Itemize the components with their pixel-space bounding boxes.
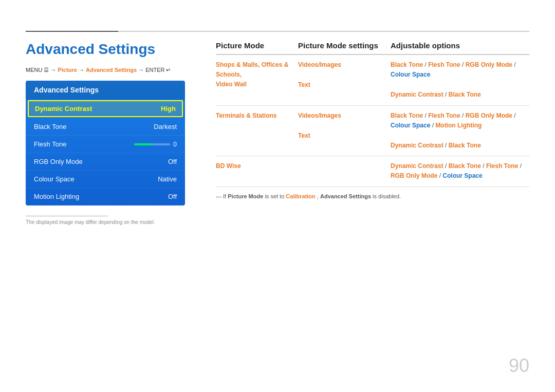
motion-lighting-label: Motion Lighting (34, 193, 79, 200)
right-column: Picture Mode Picture Mode settings Adjus… (216, 41, 529, 199)
options-terminals: Black Tone / Flesh Tone / RGB Only Mode … (391, 111, 529, 151)
top-rule (26, 31, 529, 32)
slider-track (134, 143, 170, 145)
menu-item-black-tone[interactable]: Black Tone Darkest (26, 118, 185, 136)
panel-header: Advanced Settings (26, 81, 185, 99)
menu-enter: ENTER ↵ (145, 67, 171, 73)
menu-path: MENU ☰ → Picture → Advanced Settings → E… (26, 67, 185, 73)
menu-item-rgb-only-mode[interactable]: RGB Only Mode Off (26, 153, 185, 171)
table-row-terminals: Terminals & Stations Videos/Images Text … (216, 106, 529, 157)
rgb-only-mode-label: RGB Only Mode (34, 158, 83, 165)
note-rule (26, 216, 108, 216)
footer-prefix: If (223, 193, 228, 199)
motion-lighting-value: Off (168, 193, 177, 200)
footer-picture-mode: Picture Mode (228, 193, 263, 199)
menu-picture: Picture (58, 67, 77, 73)
options-bdwise: Dynamic Contrast / Black Tone / Flesh To… (391, 161, 529, 181)
menu-advanced-settings: Advanced Settings (86, 67, 137, 73)
arrow3: → (138, 67, 145, 73)
left-column: Advanced Settings MENU ☰ → Picture → Adv… (26, 41, 185, 225)
footer-suffix: is disabled. (373, 193, 401, 199)
setting-bdwise (298, 161, 391, 181)
mode-bdwise: BD Wise (216, 161, 298, 181)
slider-fill (134, 143, 152, 145)
footer-dash: ― (216, 193, 223, 199)
footer-mid: is set to (265, 193, 286, 199)
rgb-only-mode-value: Off (168, 158, 177, 165)
menu-icon: ☰ (44, 67, 49, 73)
mode-shops: Shops & Malls, Offices & Schools,Video W… (216, 60, 298, 100)
menu-item-dynamic-contrast[interactable]: Dynamic Contrast High (28, 100, 183, 117)
colour-space-label: Colour Space (34, 175, 75, 183)
flesh-tone-label: Flesh Tone (34, 140, 66, 148)
footer-note: ― If Picture Mode is set to Calibration … (216, 193, 529, 199)
arrow1: → (51, 67, 58, 73)
advanced-settings-panel: Advanced Settings Dynamic Contrast High … (26, 81, 185, 206)
page-title: Advanced Settings (26, 41, 185, 58)
note-text: The displayed image may differ depending… (26, 219, 185, 225)
black-tone-value: Darkest (154, 123, 177, 130)
menu-prefix: MENU (26, 67, 44, 73)
setting-terminals: Videos/Images Text (298, 111, 391, 151)
flesh-tone-slider[interactable]: 0 (134, 141, 177, 148)
page: Advanced Settings MENU ☰ → Picture → Adv… (0, 0, 555, 392)
page-number: 90 (509, 355, 529, 377)
table-row-bdwise: BD Wise Dynamic Contrast / Black Tone / … (216, 156, 529, 186)
col-picture-mode-settings: Picture Mode settings (298, 41, 391, 50)
colour-space-value: Native (158, 175, 177, 183)
black-tone-label: Black Tone (34, 123, 66, 130)
setting-shops: Videos/Images Text (298, 60, 391, 100)
col-adjustable-options: Adjustable options (391, 41, 529, 50)
menu-item-colour-space[interactable]: Colour Space Native (26, 171, 185, 188)
menu-item-motion-lighting[interactable]: Motion Lighting Off (26, 188, 185, 206)
table-header: Picture Mode Picture Mode settings Adjus… (216, 41, 529, 55)
flesh-tone-value: 0 (173, 141, 177, 148)
dynamic-contrast-value: High (161, 105, 176, 113)
footer-calibration: Calibration (286, 193, 315, 199)
table-row-shops: Shops & Malls, Offices & Schools,Video W… (216, 55, 529, 106)
mode-terminals: Terminals & Stations (216, 111, 298, 151)
col-picture-mode: Picture Mode (216, 41, 298, 50)
footer-advanced-settings: Advanced Settings (320, 193, 371, 199)
options-shops: Black Tone / Flesh Tone / RGB Only Mode … (391, 60, 529, 100)
menu-item-flesh-tone[interactable]: Flesh Tone 0 (26, 136, 185, 153)
arrow2: → (79, 67, 86, 73)
dynamic-contrast-label: Dynamic Contrast (35, 105, 92, 113)
